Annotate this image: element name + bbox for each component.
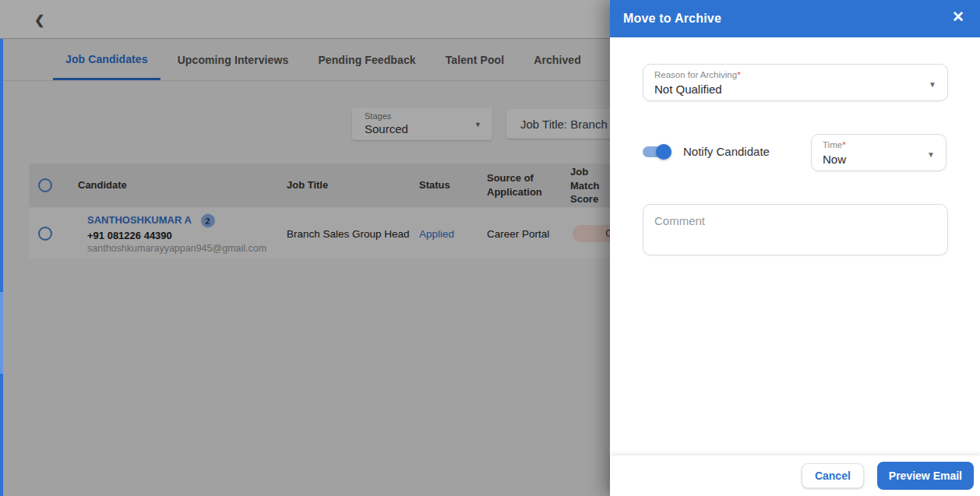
- move-to-archive-dialog: Move to Archive ✕ Reason for Archiving* …: [610, 0, 980, 496]
- required-asterisk: *: [737, 70, 740, 79]
- comment-input[interactable]: [643, 204, 948, 255]
- chevron-down-icon: ▼: [929, 80, 936, 89]
- reason-value: Not Qualified: [654, 83, 722, 96]
- notify-candidate-label: Notify Candidate: [683, 145, 770, 158]
- notify-candidate-toggle[interactable]: [643, 146, 669, 157]
- chevron-down-icon: ▼: [927, 150, 935, 159]
- notify-candidate-row: Notify Candidate: [643, 145, 770, 158]
- required-asterisk: *: [842, 140, 845, 150]
- time-select[interactable]: Time* Now ▼: [811, 134, 947, 171]
- cancel-button[interactable]: Cancel: [802, 463, 864, 488]
- reason-for-archiving-select[interactable]: Reason for Archiving* Not Qualified ▼: [643, 64, 948, 101]
- preview-email-button[interactable]: Preview Email: [877, 462, 974, 490]
- dialog-footer: Cancel Preview Email: [610, 456, 980, 496]
- dialog-header: Move to Archive ✕: [610, 0, 980, 37]
- close-icon[interactable]: ✕: [952, 9, 964, 24]
- time-label: Time*: [823, 140, 846, 150]
- time-value: Now: [823, 153, 846, 166]
- dialog-title: Move to Archive: [623, 12, 721, 26]
- left-scrollbar[interactable]: [0, 39, 3, 496]
- reason-label: Reason for Archiving*: [654, 70, 741, 79]
- app-root: ❮ Job Candidates Upcoming Interviews Pen…: [0, 0, 980, 496]
- toggle-knob: [656, 144, 672, 160]
- left-scrollbar-thumb[interactable]: [0, 292, 3, 374]
